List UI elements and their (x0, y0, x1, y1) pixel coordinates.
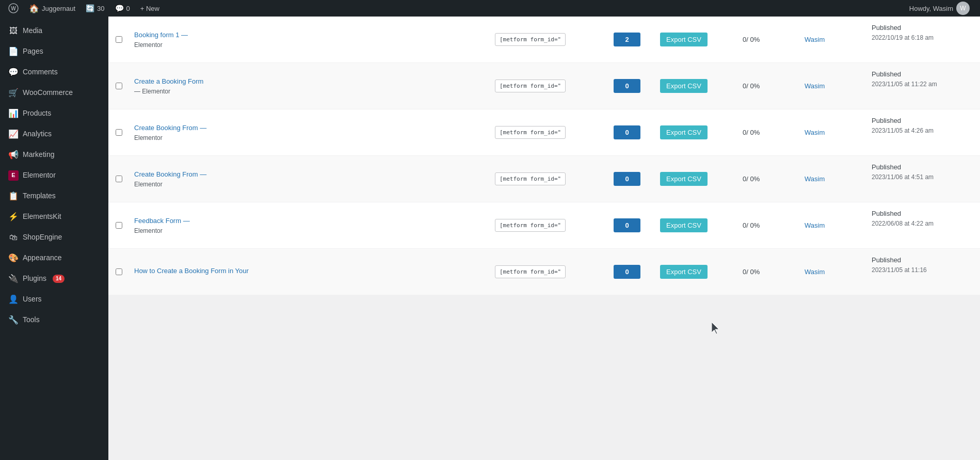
templates-icon: 📋 (8, 191, 19, 201)
admin-bar-comments[interactable]: 💬 0 (111, 0, 134, 17)
row5-stats: 0/ 0% (743, 221, 760, 229)
row2-count-button[interactable]: 0 (614, 79, 640, 93)
row3-author-cell[interactable]: Wasim (799, 109, 866, 155)
row4-count-button[interactable]: 0 (614, 172, 640, 186)
sidebar-label-users: Users (23, 294, 42, 305)
sidebar-item-elementskit[interactable]: ⚡ ElementsKit (0, 207, 108, 227)
row4-author-cell[interactable]: Wasim (799, 156, 866, 202)
table-row: How to Create a Booking Form in Your [me… (108, 249, 980, 295)
row1-author-cell[interactable]: Wasim (799, 17, 866, 62)
sidebar-item-users[interactable]: 👤 Users (0, 289, 108, 310)
row5-checkbox-cell[interactable] (108, 202, 129, 248)
row3-count-button[interactable]: 0 (614, 125, 640, 139)
row2-author-cell[interactable]: Wasim (799, 63, 866, 109)
admin-bar-site-name[interactable]: 🏠 Juggernaut (25, 0, 79, 17)
sidebar-label-tools: Tools (23, 315, 40, 325)
row1-title-link[interactable]: Booking form 1 — (134, 30, 188, 40)
row5-count-cell: 0 (608, 202, 655, 248)
row3-shortcode-cell: [metform form_id=" (490, 109, 608, 155)
sidebar-item-plugins[interactable]: 🔌 Plugins 14 (0, 268, 108, 289)
sidebar-item-media[interactable]: 🖼 Media (0, 21, 108, 41)
admin-bar-new[interactable]: + New (136, 0, 164, 17)
row5-title-link[interactable]: Feedback Form — (134, 216, 190, 226)
row5-author-cell[interactable]: Wasim (799, 202, 866, 248)
row4-title-link[interactable]: Create Booking From — (134, 170, 206, 179)
sidebar-item-marketing[interactable]: 📢 Marketing (0, 145, 108, 165)
row6-export-cell: Export CSV (655, 249, 737, 295)
sidebar-item-tools[interactable]: 🔧 Tools (0, 310, 108, 330)
svg-text:W: W (11, 6, 16, 11)
row5-shortcode[interactable]: [metform form_id=" (495, 219, 566, 232)
sidebar-item-templates[interactable]: 📋 Templates (0, 186, 108, 207)
row1-checkbox-cell[interactable] (108, 17, 129, 62)
sidebar-item-comments[interactable]: 💬 Comments (0, 62, 108, 83)
admin-bar-wp-logo[interactable]: W (4, 0, 23, 17)
row6-checkbox-cell[interactable] (108, 249, 129, 295)
sidebar-item-elementor[interactable]: E Elementor (0, 165, 108, 186)
row2-checkbox-cell[interactable] (108, 63, 129, 109)
row6-checkbox[interactable] (116, 268, 122, 275)
woocommerce-icon: 🛒 (8, 88, 19, 98)
table-row: Create Booking From — Elementor [metform… (108, 109, 980, 156)
row4-stats-cell: 0/ 0% (737, 156, 799, 202)
row3-checkbox[interactable] (116, 129, 122, 136)
row6-title-link[interactable]: How to Create a Booking Form in Your (134, 266, 249, 276)
row3-export-button[interactable]: Export CSV (660, 125, 708, 139)
row1-date: 2022/10/19 at 6:18 am (872, 33, 934, 42)
appearance-icon: 🎨 (8, 253, 19, 263)
sidebar-label-shopengine: ShopEngine (23, 232, 62, 243)
sidebar-item-appearance[interactable]: 🎨 Appearance (0, 248, 108, 268)
pages-icon: 📄 (8, 46, 19, 57)
row4-checkbox-cell[interactable] (108, 156, 129, 202)
row2-checkbox[interactable] (116, 83, 122, 89)
row4-checkbox[interactable] (116, 176, 122, 182)
admin-bar-updates[interactable]: 🔄 30 (82, 0, 108, 17)
row3-title-link[interactable]: Create Booking From — (134, 123, 206, 133)
sidebar-item-shopengine[interactable]: 🛍 ShopEngine (0, 227, 108, 248)
row6-author-cell[interactable]: Wasim (799, 249, 866, 295)
row2-shortcode[interactable]: [metform form_id=" (495, 80, 566, 92)
row6-count-button[interactable]: 0 (614, 265, 640, 279)
sidebar-item-products[interactable]: 📊 Products (0, 103, 108, 124)
row3-stats: 0/ 0% (743, 129, 760, 136)
admin-bar-avatar: W (956, 2, 970, 15)
row6-export-button[interactable]: Export CSV (660, 265, 708, 279)
admin-bar: W 🏠 Juggernaut 🔄 30 💬 0 + New Howdy, Was… (0, 0, 980, 17)
row6-date-cell: Published 2023/11/05 at 11:16 (866, 249, 980, 295)
row5-export-cell: Export CSV (655, 202, 737, 248)
row4-author: Wasim (805, 175, 825, 183)
media-icon: 🖼 (8, 26, 19, 36)
row5-export-button[interactable]: Export CSV (660, 218, 708, 232)
row5-count-button[interactable]: 0 (614, 218, 640, 232)
sidebar-item-pages[interactable]: 📄 Pages (0, 41, 108, 62)
elementor-icon: E (8, 170, 19, 181)
sidebar-item-analytics[interactable]: 📈 Analytics (0, 124, 108, 145)
row5-checkbox[interactable] (116, 222, 122, 229)
row1-shortcode[interactable]: [metform form_id=" (495, 33, 566, 46)
row6-title-cell: How to Create a Booking Form in Your (129, 249, 490, 295)
row1-status: Published (872, 23, 901, 33)
row2-export-button[interactable]: Export CSV (660, 79, 708, 93)
row4-status: Published (872, 162, 901, 172)
tools-icon: 🔧 (8, 315, 19, 325)
row3-shortcode[interactable]: [metform form_id=" (495, 126, 566, 139)
row6-shortcode-cell: [metform form_id=" (490, 249, 608, 295)
row6-shortcode[interactable]: [metform form_id=" (495, 265, 566, 278)
comments-icon: 💬 (8, 67, 19, 77)
row6-stats-cell: 0/ 0% (737, 249, 799, 295)
sidebar-item-woocommerce[interactable]: 🛒 WooCommerce (0, 83, 108, 103)
sidebar-label-products: Products (23, 108, 51, 119)
row1-count-button[interactable]: 2 (614, 33, 640, 46)
row1-checkbox[interactable] (116, 36, 122, 43)
row2-date-cell: Published 2023/11/05 at 11:22 am (866, 63, 980, 109)
row1-export-button[interactable]: Export CSV (660, 33, 708, 46)
row2-title-link[interactable]: Create a Booking Form (134, 77, 203, 86)
row4-export-button[interactable]: Export CSV (660, 172, 708, 186)
row3-checkbox-cell[interactable] (108, 109, 129, 155)
row5-shortcode-cell: [metform form_id=" (490, 202, 608, 248)
sidebar-menu: 🖼 Media 📄 Pages 💬 Comments 🛒 WooCommerce… (0, 21, 108, 330)
admin-bar-howdy[interactable]: Howdy, Wasim W (903, 2, 976, 15)
row1-title-cell: Booking form 1 — Elementor (129, 17, 490, 62)
row4-shortcode[interactable]: [metform form_id=" (495, 172, 566, 185)
row1-export-cell: Export CSV (655, 17, 737, 62)
